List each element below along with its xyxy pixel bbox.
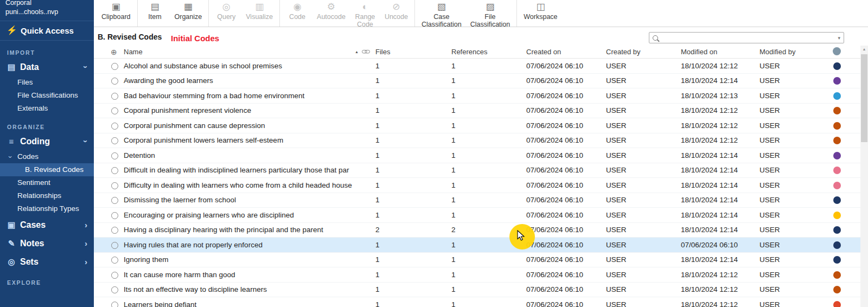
code-circle-icon[interactable] [111, 78, 118, 85]
code-circle-icon[interactable] [111, 227, 118, 234]
code-color-dot[interactable] [833, 152, 841, 159]
ribbon-uncode[interactable]: ⊘Uncode [380, 0, 412, 27]
sidebar-item-data[interactable]: ▤Data› [0, 59, 94, 76]
code-circle-icon[interactable] [111, 167, 118, 174]
table-row[interactable]: Difficult in dealing with indisciplined … [94, 163, 860, 178]
table-row[interactable]: Bad behaviour stemming from a bad home e… [94, 88, 860, 104]
column-header-name[interactable]: Name [124, 48, 143, 56]
sidebar-item-files[interactable]: Files [0, 76, 94, 89]
column-header-created-by[interactable]: Created by [605, 48, 680, 56]
color-column-icon[interactable] [833, 47, 841, 55]
code-circle-icon[interactable] [111, 286, 118, 293]
chevron-down-icon[interactable]: › [82, 66, 90, 68]
column-header-modified-by[interactable]: Modified by [758, 48, 824, 56]
chevron-right-icon[interactable]: › [85, 258, 87, 266]
sidebar-item-sets[interactable]: ◎Sets› [0, 253, 94, 271]
chevron-right-icon[interactable]: › [85, 221, 87, 229]
ribbon-autocode[interactable]: ⚙Autocode [312, 0, 350, 27]
code-color-dot[interactable] [833, 212, 841, 219]
table-row[interactable]: Corporal punishment lowers learners self… [94, 133, 860, 149]
ribbon-organize[interactable]: ▦Organize [170, 0, 207, 27]
ribbon-clipboard[interactable]: ▣Clipboard [97, 0, 135, 27]
sidebar-item-b-revised-codes[interactable]: B. Revised Codes [0, 163, 94, 176]
sidebar-item-relationship-types[interactable]: Relationship Types [0, 202, 94, 215]
table-row[interactable]: Corporal punishment can cause depression… [94, 118, 860, 133]
code-color-dot[interactable] [833, 122, 841, 130]
ribbon-item[interactable]: ▤Item [140, 0, 170, 27]
code-color-dot[interactable] [833, 256, 841, 264]
sidebar-item-coding[interactable]: ≡Coding› [0, 133, 94, 150]
code-color-dot[interactable] [833, 77, 841, 85]
code-color-dot[interactable] [833, 271, 841, 279]
code-circle-icon[interactable] [111, 182, 118, 189]
table-row[interactable]: Coporal punishment represent violence110… [94, 104, 860, 119]
code-color-dot[interactable] [833, 167, 841, 174]
code-circle-icon[interactable] [111, 302, 118, 307]
table-row[interactable]: Dismissing the laerner from school1107/0… [94, 193, 860, 208]
ribbon-query[interactable]: ◎Query [211, 0, 241, 27]
table-row[interactable]: Having a disciplinary hearing with the p… [94, 223, 860, 238]
code-color-dot[interactable] [833, 226, 841, 234]
chevron-down-icon[interactable]: › [82, 140, 90, 143]
column-header-references[interactable]: References [450, 48, 525, 56]
column-header-created-on[interactable]: Created on [525, 48, 605, 56]
vertical-scrollbar[interactable]: ▲ [860, 46, 868, 307]
ribbon-range-code[interactable]: ◐Range Code [350, 0, 380, 27]
code-circle-icon[interactable] [111, 197, 118, 204]
table-row[interactable]: It can cause more harm than good1107/06/… [94, 267, 860, 283]
chevron-right-icon[interactable]: › [85, 239, 87, 247]
search-dropdown-icon[interactable]: ▾ [834, 35, 844, 41]
code-color-dot[interactable] [833, 92, 841, 100]
code-circle-icon[interactable] [111, 137, 118, 144]
table-row[interactable]: Awarding the good learners1107/06/2024 0… [94, 74, 860, 89]
target-icon[interactable]: ⊕ [111, 48, 117, 56]
code-circle-icon[interactable] [111, 93, 118, 100]
code-circle-icon[interactable] [111, 257, 118, 264]
code-color-dot[interactable] [833, 301, 841, 307]
sidebar-item-externals[interactable]: Externals [0, 102, 94, 115]
code-circle-icon[interactable] [111, 152, 118, 159]
table-row[interactable]: Its not an effective way to discipline l… [94, 283, 860, 298]
table-row[interactable]: Learners being defiant1107/06/2024 06:10… [94, 297, 860, 307]
table-row[interactable]: Detention1107/06/2024 06:10USER18/10/202… [94, 148, 860, 163]
ribbon-visualize[interactable]: ▥Visualize [241, 0, 277, 27]
ribbon-file-classification[interactable]: ▨File Classification [466, 0, 515, 27]
search-input[interactable] [662, 33, 834, 43]
scroll-up-icon[interactable]: ▲ [860, 46, 868, 51]
sidebar-item-quick-access[interactable]: ⚡Quick Access [0, 21, 94, 41]
code-circle-icon[interactable] [111, 272, 118, 279]
table-row[interactable]: Ignoring them1107/06/2024 06:10USER18/10… [94, 253, 860, 268]
code-color-dot[interactable] [833, 137, 841, 144]
scrollbar-thumb[interactable] [861, 54, 867, 142]
chevron-down-icon[interactable]: › [7, 156, 15, 158]
search-box[interactable]: ▾ [649, 32, 844, 43]
code-circle-icon[interactable] [111, 212, 118, 219]
code-color-dot[interactable] [833, 196, 841, 204]
column-header-files[interactable]: Files [374, 48, 450, 56]
table-row[interactable]: Having rules that are not properly enfor… [94, 238, 860, 253]
project-name[interactable]: Corporal puni...chools..nvp [0, 0, 94, 21]
code-color-dot[interactable] [833, 286, 841, 293]
ribbon-code[interactable]: ◉Code [282, 0, 312, 27]
sidebar-item-relationships[interactable]: Relationships [0, 189, 94, 202]
code-circle-icon[interactable] [111, 123, 118, 130]
code-color-dot[interactable] [833, 62, 841, 70]
sort-asc-icon[interactable]: ▲ [355, 50, 359, 54]
code-circle-icon[interactable] [111, 107, 118, 114]
sidebar-item-file-classifications[interactable]: File Classifications [0, 89, 94, 102]
sidebar-item-sentiment[interactable]: Sentiment [0, 176, 94, 189]
sidebar-item-notes[interactable]: ✎Notes› [0, 235, 94, 252]
table-row[interactable]: Encouraging or praising learners who are… [94, 208, 860, 223]
code-color-dot[interactable] [833, 107, 841, 114]
table-row[interactable]: Difficulty in dealing with learners who … [94, 178, 860, 193]
column-header-modified-on[interactable]: Modified on [680, 48, 758, 56]
ribbon-case-classification[interactable]: ▧Case Classification [417, 0, 466, 27]
sidebar-item-codes[interactable]: ›Codes [0, 150, 94, 163]
code-circle-icon[interactable] [111, 242, 118, 249]
code-color-dot[interactable] [833, 241, 841, 249]
table-row[interactable]: Alcohol and substance abuse in school pr… [94, 59, 860, 74]
code-circle-icon[interactable] [111, 63, 118, 70]
sidebar-item-cases[interactable]: ▣Cases› [0, 216, 94, 234]
ribbon-workspace[interactable]: ◫Workspace [519, 0, 561, 27]
code-color-dot[interactable] [833, 182, 841, 189]
